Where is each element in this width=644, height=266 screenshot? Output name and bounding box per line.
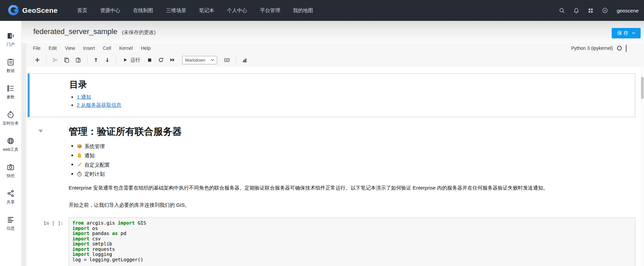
chevron-down-icon xyxy=(211,59,214,61)
nav-item-platform-admin[interactable]: 平台管理 xyxy=(260,7,280,14)
menu-cell[interactable]: Cell xyxy=(103,45,111,51)
cell-type-select[interactable]: Markdown xyxy=(182,56,217,64)
bell-icon xyxy=(77,153,82,158)
toc-list: 1 通知 2 从服务器获取信息 xyxy=(77,94,628,108)
cut-cell-button[interactable] xyxy=(49,55,61,65)
main-area: federated_server_sample (未保存的更改) 保 存 Fil… xyxy=(22,21,644,266)
sidebar-label: 快照 xyxy=(7,173,15,179)
save-button[interactable]: 保 存 xyxy=(612,28,641,38)
menu-insert[interactable]: Insert xyxy=(83,45,95,51)
geoscene-logo[interactable]: GeoScene xyxy=(8,5,58,16)
plus-icon xyxy=(35,57,40,63)
interrupt-kernel-button[interactable] xyxy=(144,55,155,65)
topbar-right: ? geoscene xyxy=(558,7,639,14)
copy-cell-button[interactable] xyxy=(61,55,72,65)
nav-item-online-mapping[interactable]: 在线制图 xyxy=(133,7,153,14)
snapshot-icon xyxy=(6,163,15,171)
move-cell-down-button[interactable] xyxy=(102,55,113,65)
brand-name: GeoScene xyxy=(22,6,58,14)
scheduled-tasks-icon xyxy=(6,110,15,119)
search-icon[interactable] xyxy=(558,7,565,14)
clock-icon xyxy=(77,171,82,177)
sidebar-label: 参数 xyxy=(7,94,15,100)
toolbar-separator xyxy=(46,56,46,64)
pencil-icon xyxy=(77,162,82,167)
kernel-idle-icon xyxy=(617,46,622,51)
toolbar-separator xyxy=(116,56,116,64)
restart-run-all-button[interactable] xyxy=(167,55,178,65)
code-editor[interactable]: from arcgis.gis import GISimport osimpor… xyxy=(69,218,635,266)
scrollbar-track[interactable] xyxy=(641,67,644,266)
sidebar-item-web-tools[interactable]: web工具 xyxy=(3,137,18,153)
play-icon xyxy=(123,58,128,62)
toc-link-get-server-info[interactable]: 2 从服务器获取信息 xyxy=(77,102,122,108)
toc-cell[interactable]: 目录 1 通知 2 从服务器获取信息 xyxy=(28,73,635,117)
sidebar-label: 信息 xyxy=(7,226,15,231)
code-lines: from arcgis.gis import GISimport osimpor… xyxy=(72,221,632,266)
toc-list-item: 2 从服务器获取信息 xyxy=(77,102,628,108)
stop-icon xyxy=(147,58,152,63)
bar-chart-icon xyxy=(242,57,247,63)
notifications-bell-icon[interactable] xyxy=(573,7,580,14)
username[interactable]: geoscene xyxy=(617,8,639,13)
feature-list: 系统管理 通知 xyxy=(77,142,629,177)
paste-cell-button[interactable] xyxy=(72,55,84,65)
toc-link-notifications[interactable]: 1 通知 xyxy=(77,94,91,100)
toolbar-separator xyxy=(236,56,236,64)
sidebar-item-portal[interactable]: 门户 xyxy=(6,32,15,47)
copy-icon xyxy=(64,57,69,63)
collapse-heading-caret-icon[interactable] xyxy=(38,130,43,133)
menu-kernel[interactable]: Kernel xyxy=(119,45,133,51)
web-tools-icon xyxy=(6,137,15,145)
feature-label: 自定义配置 xyxy=(84,161,110,168)
restart-kernel-button[interactable] xyxy=(155,55,167,65)
apps-grid-icon[interactable] xyxy=(587,7,594,14)
keyboard-shortcuts-button[interactable] xyxy=(221,55,233,65)
feature-label: 系统管理 xyxy=(84,143,105,150)
menu-edit[interactable]: Edit xyxy=(49,45,57,51)
run-button-label: 运行 xyxy=(130,57,140,63)
nav-item-notebook[interactable]: 笔记本 xyxy=(199,7,214,14)
scrollbar-thumb[interactable] xyxy=(641,77,644,99)
topbar: GeoScene 首页 资源中心 在线制图 三维场景 笔记本 个人中心 平台管理… xyxy=(0,0,644,21)
sidebar-item-snapshot[interactable]: 快照 xyxy=(6,163,15,179)
input-prompt: In [ ]: xyxy=(28,218,69,226)
feature-label: 通知 xyxy=(84,152,95,159)
notebook-title: federated_server_sample xyxy=(33,27,117,36)
notebook-toolbar: 运行 Markdown xyxy=(26,53,644,67)
menu-help[interactable]: Help xyxy=(141,45,150,51)
code-cell[interactable]: In [ ]: from arcgis.gis import GISimport… xyxy=(28,218,635,266)
keyboard-icon xyxy=(224,57,230,63)
help-icon[interactable]: ? xyxy=(602,7,608,14)
arrow-up-icon xyxy=(93,57,99,63)
list-item: 定时计划 xyxy=(77,170,629,178)
nav-item-3d-scene[interactable]: 三维场景 xyxy=(166,7,186,14)
nav-item-home[interactable]: 首页 xyxy=(77,7,87,14)
sidebar-item-scheduled-tasks[interactable]: 定时任务 xyxy=(3,110,19,126)
toolbar-separator xyxy=(87,56,87,64)
kernel-name: Python 3 (ipykernel) xyxy=(571,45,613,51)
sidebar-item-parameters[interactable]: 参数 xyxy=(6,84,15,100)
menu-view[interactable]: View xyxy=(65,45,75,51)
restart-icon xyxy=(158,57,164,63)
run-cell-button[interactable]: 运行 xyxy=(120,57,144,63)
markdown-cell[interactable]: 管理：验证所有联合服务器 系统管理 xyxy=(28,117,635,209)
menu-file[interactable]: File xyxy=(33,45,41,51)
move-cell-up-button[interactable] xyxy=(90,55,102,65)
unsaved-changes-note: (未保存的更改) xyxy=(122,29,156,36)
nav-item-personal-center[interactable]: 个人中心 xyxy=(227,7,247,14)
mode-indicator-bar xyxy=(626,45,626,52)
nav-item-resource-center[interactable]: 资源中心 xyxy=(100,7,120,14)
sidebar-item-share[interactable]: 共享 xyxy=(6,189,15,205)
box-icon xyxy=(77,143,82,149)
fast-forward-icon xyxy=(170,57,175,63)
sidebar-label: 定时任务 xyxy=(3,121,19,126)
sidebar-item-data[interactable]: 数据 xyxy=(6,58,15,74)
cell-type-selected: Markdown xyxy=(185,58,205,63)
insert-chart-button[interactable] xyxy=(239,55,250,65)
sidebar-item-info[interactable]: 信息 xyxy=(6,215,15,231)
add-cell-button[interactable] xyxy=(32,55,43,65)
nav-item-my-maps[interactable]: 我的地图 xyxy=(293,7,313,14)
section-paragraph: Enterprise 安装通常包含需要在组织的基础架构中执行不同角色的联合服务器… xyxy=(69,184,629,192)
feature-label: 定时计划 xyxy=(84,170,105,177)
